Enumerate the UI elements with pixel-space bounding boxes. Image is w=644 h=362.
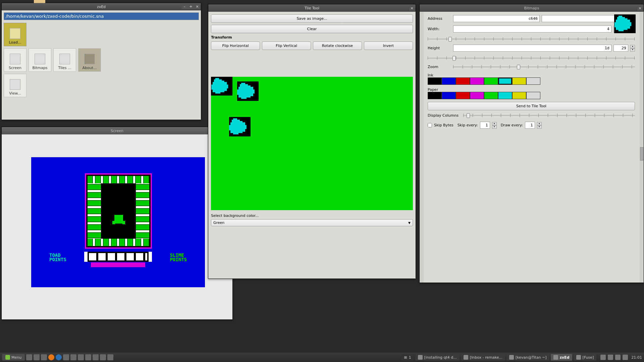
paper-pal-swatch-6[interactable] xyxy=(512,92,526,99)
clock[interactable]: 21:01 xyxy=(631,355,642,360)
draw-every-down[interactable]: ▾ xyxy=(537,125,542,129)
clear-button[interactable]: Clear xyxy=(211,25,413,33)
height-label: Height xyxy=(428,46,451,50)
close-button[interactable]: × xyxy=(637,5,643,11)
start-menu-button[interactable]: Menu xyxy=(2,354,25,361)
bitmaps-titlebar[interactable]: Bitmaps × xyxy=(420,4,644,12)
app-icon-6[interactable] xyxy=(100,354,106,360)
screen-titlebar[interactable]: Screen xyxy=(2,127,232,134)
firefox-icon[interactable] xyxy=(48,354,54,360)
close-button[interactable]: × xyxy=(194,4,200,9)
sprite-1[interactable] xyxy=(211,77,232,96)
address-hex-input[interactable] xyxy=(453,15,540,22)
workspace-indicator[interactable]: ⊞ 1 xyxy=(401,354,414,361)
display-columns-slider[interactable] xyxy=(463,112,635,118)
tray-icon-1[interactable] xyxy=(600,355,606,360)
save-as-image-button[interactable]: Save as image... xyxy=(211,14,413,23)
paper-pal-swatch-7[interactable] xyxy=(526,92,540,99)
ink-pal-swatch-4[interactable] xyxy=(484,77,498,85)
app-icon-5[interactable] xyxy=(93,354,99,360)
paper-palette xyxy=(428,92,635,99)
ink-pal-swatch-3[interactable] xyxy=(470,77,484,85)
draw-every-input[interactable] xyxy=(525,122,535,129)
draw-every-up[interactable]: ▴ xyxy=(537,122,542,125)
paper-pal-swatch-2[interactable] xyxy=(456,92,470,99)
sprite-2[interactable] xyxy=(237,81,259,101)
ink-pal-swatch-5[interactable] xyxy=(498,77,512,85)
app-icon-4[interactable] xyxy=(85,354,91,360)
flip-horizontal-button[interactable]: Flip Horizontal xyxy=(211,42,260,50)
files-icon[interactable] xyxy=(34,354,40,360)
taskbar-task-4[interactable]: [Fuse] xyxy=(574,354,597,361)
paper-pal-swatch-5[interactable] xyxy=(498,92,512,99)
sprite-3[interactable] xyxy=(229,117,251,136)
hud-bar xyxy=(91,262,145,267)
scrollbar-left[interactable] xyxy=(420,12,424,283)
paper-pal-swatch-3[interactable] xyxy=(470,92,484,99)
rotate-clockwise-button[interactable]: Rotate clockwise xyxy=(313,42,362,50)
paper-pal-swatch-0[interactable] xyxy=(428,92,442,99)
view-button[interactable]: View... xyxy=(4,74,26,97)
app-icon-3[interactable] xyxy=(78,354,84,360)
ink-pal-swatch-1[interactable] xyxy=(442,77,456,85)
thunderbird-icon[interactable] xyxy=(56,354,62,360)
bg-color-combo[interactable]: Green ▼ xyxy=(211,219,413,226)
paper-pal-swatch-4[interactable] xyxy=(484,92,498,99)
scrollbar-thumb[interactable] xyxy=(640,147,643,161)
tiles-button[interactable]: Tiles ... xyxy=(53,48,76,72)
width-hex-input[interactable] xyxy=(453,25,611,33)
ink-pal-swatch-6[interactable] xyxy=(512,77,526,85)
terminal-icon[interactable] xyxy=(41,354,47,360)
transform-label: Transform xyxy=(211,35,413,40)
taskbar-task-3[interactable]: zxEd xyxy=(551,354,572,361)
ink-pal-swatch-0[interactable] xyxy=(428,77,442,85)
skip-bytes-label: Skip Bytes xyxy=(434,123,453,127)
screen-button[interactable]: Screen xyxy=(4,48,26,72)
tray-network-icon[interactable] xyxy=(608,355,613,360)
taskbar-task-1[interactable]: [Inbox - remake... xyxy=(461,354,505,361)
width-label: Width: xyxy=(428,27,451,31)
height-down[interactable]: ▾ xyxy=(630,48,635,52)
tile-canvas[interactable] xyxy=(211,77,413,210)
height-slider[interactable] xyxy=(428,55,635,61)
bitmaps-button[interactable]: Bitmaps xyxy=(29,48,51,72)
app-icon-1[interactable] xyxy=(63,354,69,360)
tile-titlebar[interactable]: Tile Tool × xyxy=(208,4,416,12)
skip-every-input[interactable] xyxy=(480,122,490,129)
task-app-icon xyxy=(576,355,581,360)
send-to-tile-tool-button[interactable]: Send to Tile Tool xyxy=(428,102,635,110)
grid-icon xyxy=(59,54,70,64)
close-button[interactable]: × xyxy=(409,5,415,11)
show-desktop-icon[interactable] xyxy=(26,354,32,360)
minimize-button[interactable]: – xyxy=(181,4,187,9)
width-slider[interactable] xyxy=(428,36,635,42)
maximize-button[interactable]: + xyxy=(188,4,194,9)
file-path-input[interactable] xyxy=(4,12,199,20)
zoom-slider[interactable] xyxy=(453,64,635,70)
load-button[interactable]: Load... xyxy=(4,23,26,46)
taskbar: Menu ⊞ 1 [installing qt4 d...[Inbox - re… xyxy=(0,353,644,362)
height-up[interactable]: ▴ xyxy=(630,45,635,48)
scrollbar-right[interactable] xyxy=(640,12,644,283)
skip-every-up[interactable]: ▴ xyxy=(492,122,497,125)
ink-pal-swatch-2[interactable] xyxy=(456,77,470,85)
skip-bytes-checkbox[interactable] xyxy=(428,123,432,127)
taskbar-task-2[interactable]: [kevan@Titan ~] xyxy=(506,354,549,361)
paper-pal-swatch-1[interactable] xyxy=(442,92,456,99)
app-icon-2[interactable] xyxy=(70,354,76,360)
ink-pal-swatch-7[interactable] xyxy=(526,77,540,85)
app-icon-7[interactable] xyxy=(107,354,113,360)
taskbar-task-0[interactable]: [installing qt4 d... xyxy=(415,354,460,361)
flip-vertical-button[interactable]: Flip Vertical xyxy=(262,42,311,50)
about-button[interactable]: About... xyxy=(78,48,101,72)
skip-every-down[interactable]: ▾ xyxy=(492,125,497,129)
height-dec-input[interactable] xyxy=(613,45,628,52)
tray-battery-icon[interactable] xyxy=(623,355,628,360)
zxed-titlebar[interactable]: zxEd – + × xyxy=(2,3,201,10)
display-columns-label: Display Columns xyxy=(428,113,461,118)
height-hex-input[interactable] xyxy=(453,45,611,52)
bitmaps-title: Bitmaps xyxy=(524,6,539,10)
tray-volume-icon[interactable] xyxy=(615,355,621,360)
invert-button[interactable]: Invert xyxy=(364,42,413,50)
toad-points-label: TOAD POINTS xyxy=(49,253,66,262)
